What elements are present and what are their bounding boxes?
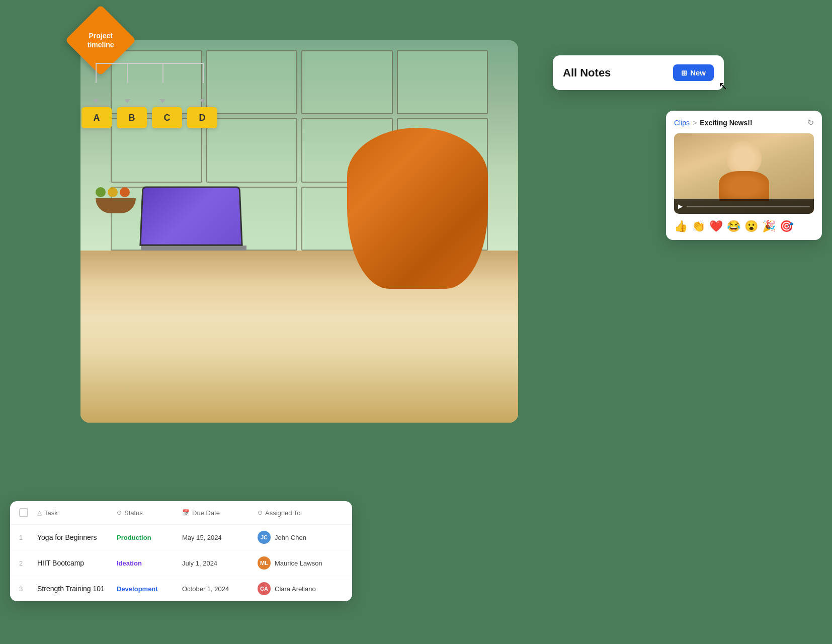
all-notes-title: All Notes (563, 66, 611, 79)
video-controls[interactable]: ▶ (674, 199, 814, 214)
flow-box-b: B (117, 107, 147, 128)
task-name: HIIT Bootcamp (37, 559, 117, 567)
emoji-thumbsup[interactable]: 👍 (674, 220, 688, 233)
due-date: October 1, 2024 (182, 585, 258, 593)
row-number: 3 (19, 585, 37, 593)
all-notes-widget: All Notes ⊞ New (553, 55, 724, 90)
col-status: ⊙ Status (117, 509, 182, 517)
avatar: CA (258, 582, 271, 595)
refresh-icon[interactable]: ↻ (807, 118, 814, 127)
task-name: Yoga for Beginners (37, 533, 117, 541)
clips-link[interactable]: Clips (674, 119, 690, 127)
assignee-name: Clara Arellano (275, 585, 316, 593)
video-player[interactable]: ▶ (674, 133, 814, 214)
emoji-target[interactable]: 🎯 (780, 220, 793, 233)
flow-box-a: A (81, 107, 112, 128)
progress-bar[interactable] (687, 206, 810, 207)
due-date: May 15, 2024 (182, 534, 258, 541)
clips-widget: Clips > Exciting News!! ↻ ▶ 👍 👏 ❤️ 😂 😮 🎉… (666, 111, 822, 240)
task-name: Strength Training 101 (37, 585, 117, 593)
avatar: ML (258, 556, 271, 570)
avatar: JC (258, 531, 271, 544)
task-icon: △ (37, 509, 42, 516)
fruit-bowl (96, 187, 136, 212)
table-row[interactable]: 3 Strength Training 101 Development Octo… (10, 576, 352, 601)
assigned-icon: ⊙ (258, 509, 263, 516)
task-table-widget: △ Task ⊙ Status 📅 Due Date ⊙ Assigned To… (10, 501, 352, 601)
assignee: ML Maurice Lawson (258, 556, 343, 570)
project-timeline-label: Project timeline (88, 31, 114, 49)
laptop (141, 185, 241, 251)
new-button-icon: ⊞ (681, 69, 687, 77)
person-silhouette (347, 128, 488, 289)
row-number: 1 (19, 534, 37, 541)
flow-box-d: D (187, 107, 217, 128)
breadcrumb-separator: > (693, 119, 697, 127)
emoji-wow[interactable]: 😮 (744, 220, 758, 233)
header-checkbox[interactable] (19, 508, 28, 517)
emoji-heart[interactable]: ❤️ (709, 220, 723, 233)
emoji-clap[interactable]: 👏 (692, 220, 705, 233)
table-header: △ Task ⊙ Status 📅 Due Date ⊙ Assigned To (10, 501, 352, 525)
new-button[interactable]: ⊞ New (673, 64, 714, 81)
row-number: 2 (19, 559, 37, 567)
assignee: CA Clara Arellano (258, 582, 343, 595)
mouse-cursor: ↖ (718, 79, 727, 93)
due-date: July 1, 2024 (182, 559, 258, 567)
col-task: △ Task (37, 509, 117, 517)
table-row[interactable]: 1 Yoga for Beginners Production May 15, … (10, 525, 352, 550)
assignee-name: John Chen (275, 534, 306, 541)
status-badge: Development (117, 584, 182, 594)
breadcrumb-current: Exciting News!! (700, 119, 752, 127)
clips-breadcrumb: Clips > Exciting News!! (674, 119, 753, 127)
assignee-name: Maurice Lawson (275, 559, 322, 567)
table-row[interactable]: 2 HIIT Bootcamp Ideation July 1, 2024 ML… (10, 550, 352, 576)
due-date-icon: 📅 (182, 509, 190, 516)
emoji-party[interactable]: 🎉 (762, 220, 776, 233)
play-button[interactable]: ▶ (678, 203, 683, 210)
flow-diagram: A B C D (70, 63, 221, 128)
flow-box-c: C (152, 107, 182, 128)
project-timeline-widget: Project timeline A B C D (70, 15, 131, 70)
status-badge: Production (117, 532, 182, 543)
new-button-label: New (690, 68, 706, 77)
col-due-date: 📅 Due Date (182, 509, 258, 517)
emoji-laugh[interactable]: 😂 (727, 220, 740, 233)
emoji-reactions: 👍 👏 ❤️ 😂 😮 🎉 🎯 (674, 220, 814, 233)
col-assigned-to: ⊙ Assigned To (258, 509, 343, 517)
assignee: JC John Chen (258, 531, 343, 544)
status-icon: ⊙ (117, 509, 122, 516)
clips-header: Clips > Exciting News!! ↻ (674, 118, 814, 127)
status-badge: Ideation (117, 558, 182, 569)
